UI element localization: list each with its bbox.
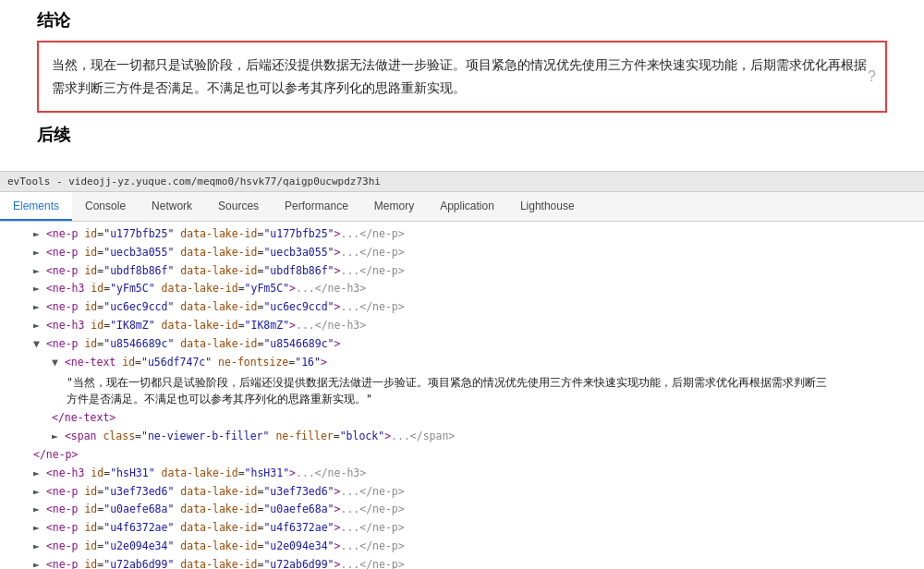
tab-network[interactable]: Network: [139, 192, 205, 221]
code-line: ► <ne-p id="u72ab6d99" data-lake-id="u72…: [0, 556, 924, 569]
tab-console[interactable]: Console: [72, 192, 139, 221]
code-line: ► <ne-p id="u3ef73ed6" data-lake-id="u3e…: [0, 483, 924, 502]
code-line: ► <span class="ne-viewer-b-filler" ne-fi…: [0, 428, 924, 446]
code-line: ▼ <ne-p id="u8546689c" data-lake-id="u85…: [0, 335, 924, 354]
code-line: ► <ne-p id="u2e094e34" data-lake-id="u2e…: [0, 538, 924, 556]
conclusion-title: 结论: [37, 9, 887, 31]
followup-title: 后续: [37, 124, 887, 146]
devtools-titlebar: evTools - videojj-yz.yuque.com/meqmo0/hs…: [0, 172, 924, 192]
tab-elements[interactable]: Elements: [0, 192, 72, 221]
devtools-title: evTools - videojj-yz.yuque.com/meqmo0/hs…: [7, 176, 381, 188]
highlighted-box: 当然，现在一切都只是试验阶段，后端还没提供数据无法做进一步验证。项目紧急的情况优…: [37, 41, 887, 113]
code-line: ► <ne-p id="ubdf8b86f" data-lake-id="ubd…: [0, 262, 924, 281]
highlighted-text: 当然，现在一切都只是试验阶段，后端还没提供数据无法做进一步验证。项目紧急的情况优…: [52, 57, 867, 95]
tab-sources[interactable]: Sources: [205, 192, 272, 221]
code-line: ► <ne-p id="u177bfb25" data-lake-id="u17…: [0, 225, 924, 244]
tab-performance[interactable]: Performance: [272, 192, 361, 221]
code-text-content: "当然，现在一切都只是试验阶段，后端还没提供数据无法做进一步验证。项目紧急的情况…: [0, 372, 832, 410]
code-line: ► <ne-p id="uecb3a055" data-lake-id="uec…: [0, 244, 924, 262]
code-line: ▼ <ne-text id="u56df747c" ne-fontsize="1…: [0, 354, 924, 372]
code-line: ► <ne-h3 id="yFm5C" data-lake-id="yFm5C"…: [0, 280, 924, 298]
tab-application[interactable]: Application: [427, 192, 507, 221]
code-line: ► <ne-h3 id="hsH31" data-lake-id="hsH31"…: [0, 465, 924, 483]
devtools-content[interactable]: ► <ne-p id="u177bfb25" data-lake-id="u17…: [0, 222, 924, 569]
devtools-panel: evTools - videojj-yz.yuque.com/meqmo0/hs…: [0, 171, 924, 569]
code-line: ► <ne-p id="uc6ec9ccd" data-lake-id="uc6…: [0, 298, 924, 317]
code-line: ► <ne-p id="u0aefe68a" data-lake-id="u0a…: [0, 501, 924, 519]
code-line: ► <ne-p id="u4f6372ae" data-lake-id="u4f…: [0, 519, 924, 538]
help-icon[interactable]: ?: [868, 64, 876, 91]
tab-lighthouse[interactable]: Lighthouse: [507, 192, 588, 221]
code-line: </ne-text>: [0, 409, 924, 428]
devtools-tabs: Elements Console Network Sources Perform…: [0, 192, 924, 222]
code-line: ► <ne-h3 id="IK8mZ" data-lake-id="IK8mZ"…: [0, 317, 924, 335]
code-line: </ne-p>: [0, 446, 924, 465]
tab-memory[interactable]: Memory: [361, 192, 427, 221]
page-content: 结论 当然，现在一切都只是试验阶段，后端还没提供数据无法做进一步验证。项目紧急的…: [0, 0, 924, 171]
